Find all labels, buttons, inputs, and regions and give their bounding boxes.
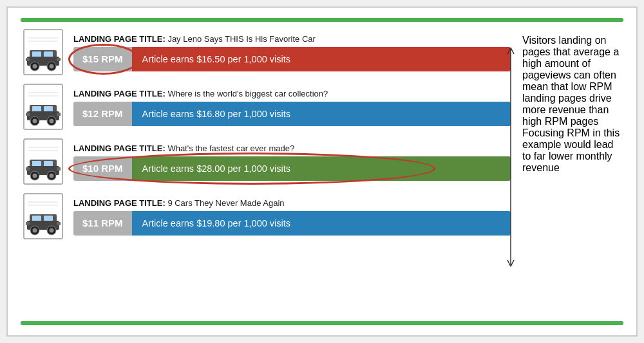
card-bar-3: $10 RPMArticle earns $28.00 per 1,000 vi… <box>73 156 511 181</box>
svg-rect-25 <box>57 113 61 116</box>
svg-rect-12 <box>57 58 61 61</box>
svg-point-36 <box>50 174 54 178</box>
side-text-container: Visitors landing on pages that average a… <box>511 28 623 315</box>
card-title-4: LANDING PAGE TITLE: 9 Cars They Never Ma… <box>73 198 511 208</box>
svg-rect-50 <box>26 222 30 225</box>
svg-point-34 <box>33 174 37 178</box>
card-4: LANDING PAGE TITLE: 9 Cars They Never Ma… <box>21 192 511 241</box>
side-warning-text: Focusing RPM in this example would lead … <box>522 127 623 174</box>
card-2: LANDING PAGE TITLE: Where is the world's… <box>21 83 511 131</box>
svg-rect-51 <box>57 222 61 225</box>
slide: LANDING PAGE TITLE: Jay Leno Says THIS I… <box>6 6 638 337</box>
earnings-bar-1: Article earns $16.50 per 1,000 visits <box>132 47 511 71</box>
card-bar-4: $11 RPMArticle earns $19.80 per 1,000 vi… <box>73 211 511 236</box>
svg-point-49 <box>50 228 54 233</box>
cards-column: LANDING PAGE TITLE: Jay Leno Says THIS I… <box>21 28 511 315</box>
svg-rect-11 <box>26 58 30 61</box>
card-title-3: LANDING PAGE TITLE: What's the fastest c… <box>73 144 511 153</box>
page-icon <box>21 192 66 241</box>
card-bar-wrapper-1: $15 RPMArticle earns $16.50 per 1,000 vi… <box>73 47 511 71</box>
svg-rect-24 <box>26 113 30 116</box>
svg-point-21 <box>33 119 37 124</box>
svg-rect-5 <box>44 51 53 57</box>
svg-rect-18 <box>44 106 53 112</box>
card-title-1: LANDING PAGE TITLE: Jay Leno Says THIS I… <box>73 34 511 44</box>
card-title-2: LANDING PAGE TITLE: Where is the world's… <box>73 89 511 98</box>
card-1: LANDING PAGE TITLE: Jay Leno Says THIS I… <box>21 28 511 77</box>
svg-point-47 <box>33 228 37 233</box>
svg-point-23 <box>50 119 54 124</box>
svg-rect-4 <box>32 51 41 57</box>
page-icon <box>21 138 66 186</box>
card-right-1: LANDING PAGE TITLE: Jay Leno Says THIS I… <box>73 34 511 71</box>
content-area: LANDING PAGE TITLE: Jay Leno Says THIS I… <box>21 28 623 315</box>
svg-point-10 <box>50 64 54 69</box>
svg-rect-30 <box>32 161 41 167</box>
rpm-badge-2: $12 RPM <box>73 102 132 126</box>
svg-rect-37 <box>26 167 30 171</box>
svg-rect-38 <box>57 167 61 171</box>
earnings-bar-4: Article earns $19.80 per 1,000 visits <box>132 211 511 236</box>
page-icon <box>21 83 66 131</box>
card-right-2: LANDING PAGE TITLE: Where is the world's… <box>73 89 511 126</box>
svg-line-54 <box>511 48 514 54</box>
card-right-3: LANDING PAGE TITLE: What's the fastest c… <box>73 144 511 181</box>
rpm-badge-4: $11 RPM <box>73 211 132 236</box>
card-bar-2: $12 RPMArticle earns $16.80 per 1,000 vi… <box>73 102 511 126</box>
earnings-bar-2: Article earns $16.80 per 1,000 visits <box>132 102 511 126</box>
bottom-bar <box>21 321 623 325</box>
svg-rect-43 <box>32 216 41 221</box>
svg-rect-31 <box>44 161 53 167</box>
card-right-4: LANDING PAGE TITLE: 9 Cars They Never Ma… <box>73 198 511 236</box>
card-bar-wrapper-2: $12 RPMArticle earns $16.80 per 1,000 vi… <box>73 102 511 126</box>
svg-point-8 <box>33 64 37 69</box>
rpm-badge-3: $10 RPM <box>73 156 132 181</box>
svg-rect-44 <box>44 216 53 221</box>
earnings-bar-3: Article earns $28.00 per 1,000 visits <box>132 156 511 181</box>
top-bar <box>21 18 623 22</box>
card-bar-wrapper-3: $10 RPMArticle earns $28.00 per 1,000 vi… <box>73 156 511 181</box>
page-icon <box>21 28 66 77</box>
rpm-badge-1: $15 RPM <box>73 47 132 71</box>
card-3: LANDING PAGE TITLE: What's the fastest c… <box>21 138 511 186</box>
card-bar-1: $15 RPMArticle earns $16.50 per 1,000 vi… <box>73 47 511 71</box>
side-main-text: Visitors landing on pages that average a… <box>522 35 623 127</box>
svg-line-56 <box>511 260 514 266</box>
svg-rect-17 <box>32 106 41 112</box>
card-bar-wrapper-4: $11 RPMArticle earns $19.80 per 1,000 vi… <box>73 211 511 236</box>
